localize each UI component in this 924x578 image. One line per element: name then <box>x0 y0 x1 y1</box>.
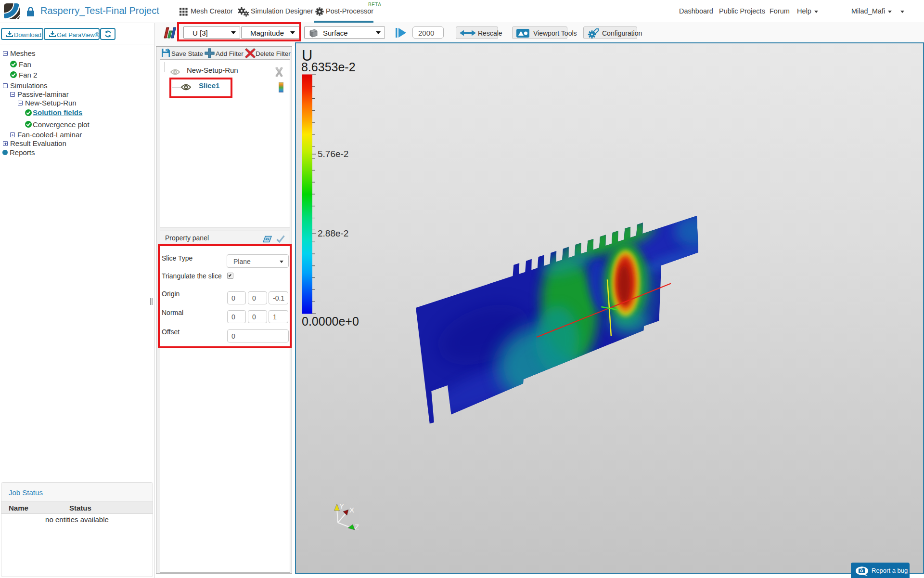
svg-text:2.88e-2: 2.88e-2 <box>318 228 348 238</box>
svg-text:X: X <box>349 506 354 514</box>
svg-text:5.76e-2: 5.76e-2 <box>318 149 348 159</box>
svg-text:Z: Z <box>355 523 359 531</box>
svg-text:Y: Y <box>339 502 344 510</box>
